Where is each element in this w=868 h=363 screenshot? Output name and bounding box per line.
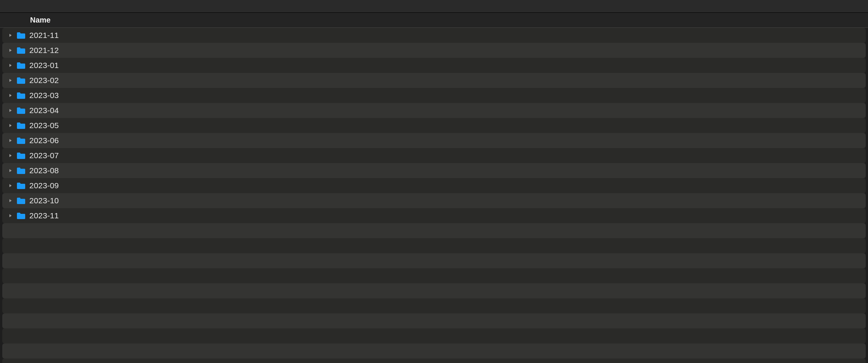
folder-icon [17,122,26,129]
folder-icon [17,77,26,84]
list-item[interactable]: 2021-11 [2,28,866,43]
item-label: 2023-06 [29,136,59,145]
item-label: 2021-12 [29,46,59,55]
item-label: 2023-10 [29,196,59,205]
list-item[interactable]: 2023-04 [2,103,866,118]
list-item[interactable]: 2023-07 [2,148,866,163]
list-item[interactable]: 2023-10 [2,193,866,208]
item-label: 2023-07 [29,151,59,160]
column-header-name[interactable]: Name [30,16,50,24]
folder-icon [17,167,26,174]
chevron-right-icon[interactable] [8,168,13,173]
folder-icon [17,62,26,69]
chevron-right-icon[interactable] [8,153,13,158]
chevron-right-icon[interactable] [8,93,13,98]
list-item[interactable]: 2023-08 [2,163,866,178]
empty-row [2,313,866,328]
list-item[interactable]: 2023-03 [2,88,866,103]
folder-icon [17,137,26,144]
item-label: 2021-11 [29,31,59,40]
list-item[interactable]: 2023-05 [2,118,866,133]
folder-icon [17,32,26,39]
empty-row [2,223,866,238]
item-label: 2023-09 [29,181,59,190]
chevron-right-icon[interactable] [8,138,13,143]
chevron-right-icon[interactable] [8,183,13,188]
folder-icon [17,182,26,189]
empty-row [2,253,866,268]
empty-row [2,238,866,253]
chevron-right-icon[interactable] [8,198,13,203]
empty-row [2,283,866,298]
list-item[interactable]: 2023-01 [2,58,866,73]
item-label: 2023-04 [29,106,59,115]
empty-row [2,328,866,343]
list-item[interactable]: 2023-09 [2,178,866,193]
file-list: 2021-11 2021-12 2023-01 2023-02 [0,28,868,363]
folder-icon [17,107,26,114]
chevron-right-icon[interactable] [8,108,13,113]
chevron-right-icon[interactable] [8,63,13,68]
chevron-right-icon[interactable] [8,33,13,38]
window-toolbar [0,0,868,13]
column-header-row: Name [0,13,868,28]
item-label: 2023-02 [29,76,59,85]
list-item[interactable]: 2021-12 [2,43,866,58]
item-label: 2023-11 [29,211,59,220]
list-item[interactable]: 2023-06 [2,133,866,148]
empty-row [2,343,866,358]
item-label: 2023-03 [29,91,59,100]
chevron-right-icon[interactable] [8,213,13,218]
folder-icon [17,47,26,54]
empty-row [2,358,866,363]
folder-icon [17,212,26,219]
chevron-right-icon[interactable] [8,78,13,83]
chevron-right-icon[interactable] [8,48,13,53]
chevron-right-icon[interactable] [8,123,13,128]
list-item[interactable]: 2023-11 [2,208,866,223]
empty-row [2,298,866,313]
folder-icon [17,152,26,159]
item-label: 2023-01 [29,61,59,70]
item-label: 2023-08 [29,166,59,175]
folder-icon [17,197,26,204]
folder-icon [17,92,26,99]
empty-row [2,268,866,283]
list-item[interactable]: 2023-02 [2,73,866,88]
item-label: 2023-05 [29,121,59,130]
